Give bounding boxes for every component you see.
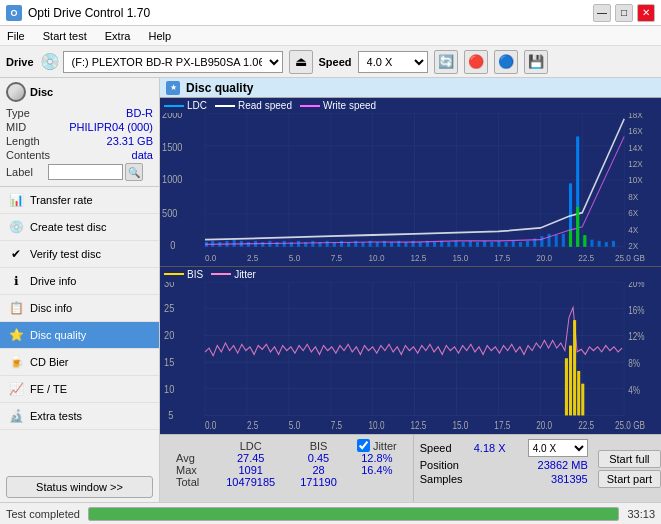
drive-toolbar: Drive 💿 (F:) PLEXTOR BD-R PX-LB950SA 1.0… — [0, 46, 661, 78]
jitter-check[interactable] — [357, 439, 370, 452]
fe-te-icon: 📈 — [8, 381, 24, 397]
menu-start-test[interactable]: Start test — [40, 29, 90, 43]
menu-extra[interactable]: Extra — [102, 29, 134, 43]
top-chart-area: 2000 1500 1000 500 0 18X 16X 14X 12X 10X… — [160, 113, 661, 266]
svg-text:16X: 16X — [628, 126, 643, 137]
legend-write-speed: Write speed — [300, 100, 376, 111]
jitter-checkbox[interactable]: Jitter — [357, 439, 397, 452]
bottom-chart-svg: 30 25 20 15 10 5 20% 16% 12% 8% 4% — [160, 282, 661, 435]
nav-drive-info[interactable]: ℹ Drive info — [0, 268, 159, 295]
svg-rect-73 — [505, 242, 508, 247]
length-label: Length — [6, 135, 40, 147]
nav-cd-bier[interactable]: 🍺 CD Bier — [0, 349, 159, 376]
svg-rect-37 — [247, 242, 250, 247]
progress-bar-fill — [89, 508, 618, 520]
nav-verify-test-disc[interactable]: ✔ Verify test disc — [0, 241, 159, 268]
status-text: Test completed — [6, 508, 80, 520]
svg-rect-135 — [577, 370, 580, 414]
minimize-button[interactable]: — — [593, 4, 611, 22]
svg-rect-68 — [469, 241, 472, 247]
svg-text:20: 20 — [164, 329, 174, 341]
title-controls: — □ ✕ — [593, 4, 655, 22]
samples-row: Samples 381395 — [420, 473, 588, 485]
write-speed-color — [300, 105, 320, 107]
start-part-button[interactable]: Start part — [598, 470, 661, 488]
cd-bier-icon: 🍺 — [8, 354, 24, 370]
close-button[interactable]: ✕ — [637, 4, 655, 22]
nav-label-fe-te: FE / TE — [30, 383, 67, 395]
menu-help[interactable]: Help — [145, 29, 174, 43]
svg-text:6X: 6X — [628, 208, 638, 219]
svg-text:5.0: 5.0 — [289, 420, 300, 431]
label-search-button[interactable]: 🔍 — [125, 163, 143, 181]
svg-rect-75 — [519, 242, 522, 247]
bottom-chart-legend: BIS Jitter — [160, 267, 661, 282]
nav-label-create-test-disc: Create test disc — [30, 221, 106, 233]
svg-text:15.0: 15.0 — [452, 252, 468, 263]
menu-bar: File Start test Extra Help — [0, 26, 661, 46]
nav-disc-quality[interactable]: ⭐ Disc quality — [0, 322, 159, 349]
svg-text:20.0: 20.0 — [536, 252, 552, 263]
label-input[interactable] — [48, 164, 123, 180]
svg-rect-87 — [605, 242, 608, 247]
menu-file[interactable]: File — [4, 29, 28, 43]
svg-rect-65 — [447, 242, 450, 247]
burn-button[interactable]: 🔴 — [464, 50, 488, 74]
drive-label: Drive — [6, 56, 34, 68]
transfer-rate-icon: 📊 — [8, 192, 24, 208]
status-window-button[interactable]: Status window >> — [6, 476, 153, 498]
nav-fe-te[interactable]: 📈 FE / TE — [0, 376, 159, 403]
disc-panel: Disc Type BD-R MID PHILIPR04 (000) Lengt… — [0, 78, 159, 187]
svg-text:25: 25 — [164, 302, 174, 314]
verify-button[interactable]: 🔵 — [494, 50, 518, 74]
legend-write-speed-label: Write speed — [323, 100, 376, 111]
max-label: Max — [168, 464, 213, 476]
action-buttons: Start full Start part — [598, 435, 661, 502]
svg-rect-41 — [276, 242, 279, 247]
svg-rect-76 — [526, 241, 529, 247]
svg-rect-44 — [297, 241, 300, 247]
nav-extra-tests[interactable]: 🔬 Extra tests — [0, 403, 159, 430]
stats-right: Speed 4.18 X 4.0 X 1.0 X 2.0 X 8.0 X Pos… — [414, 435, 594, 502]
svg-rect-67 — [462, 242, 465, 247]
svg-text:2.5: 2.5 — [247, 420, 258, 431]
speed-display: 4.18 X — [474, 442, 506, 454]
svg-rect-70 — [483, 241, 486, 247]
svg-text:4%: 4% — [628, 385, 640, 396]
svg-text:0: 0 — [170, 239, 176, 251]
speed-select[interactable]: 4.0 X 1.0 X 2.0 X 6.0 X 8.0 X Max — [358, 51, 428, 73]
bottom-chart-container: BIS Jitter — [160, 267, 661, 435]
type-value: BD-R — [126, 107, 153, 119]
legend-jitter-label: Jitter — [234, 269, 256, 280]
avg-bis: 0.45 — [288, 452, 349, 464]
nav-create-test-disc[interactable]: 💿 Create test disc — [0, 214, 159, 241]
disc-panel-title: Disc — [30, 86, 53, 98]
nav-label-disc-quality: Disc quality — [30, 329, 86, 341]
refresh-button[interactable]: 🔄 — [434, 50, 458, 74]
disc-label-row: Label 🔍 — [6, 162, 153, 182]
speed-select-stats[interactable]: 4.0 X 1.0 X 2.0 X 8.0 X — [528, 439, 588, 457]
restore-button[interactable]: □ — [615, 4, 633, 22]
nav-transfer-rate[interactable]: 📊 Transfer rate — [0, 187, 159, 214]
svg-rect-132 — [565, 358, 568, 415]
svg-rect-63 — [433, 242, 436, 247]
svg-text:12.5: 12.5 — [411, 420, 427, 431]
disc-icon — [6, 82, 26, 102]
svg-text:22.5: 22.5 — [578, 420, 594, 431]
svg-text:500: 500 — [162, 208, 178, 220]
avg-label: Avg — [168, 452, 213, 464]
legend-jitter: Jitter — [211, 269, 256, 280]
svg-text:20.0: 20.0 — [536, 420, 552, 431]
col-header-bis: BIS — [288, 439, 349, 452]
start-full-button[interactable]: Start full — [598, 450, 661, 468]
svg-rect-50 — [340, 241, 343, 247]
drive-icon: 💿 — [40, 52, 60, 71]
nav-label-verify-test-disc: Verify test disc — [30, 248, 101, 260]
save-button[interactable]: 💾 — [524, 50, 548, 74]
legend-ldc-label: LDC — [187, 100, 207, 111]
stats-bar: LDC BIS Jitter Avg 27.45 0.45 — [160, 434, 661, 502]
drive-select[interactable]: (F:) PLEXTOR BD-R PX-LB950SA 1.06 — [63, 51, 283, 73]
nav-disc-info[interactable]: 📋 Disc info — [0, 295, 159, 322]
svg-rect-35 — [233, 240, 236, 247]
eject-button[interactable]: ⏏ — [289, 50, 313, 74]
